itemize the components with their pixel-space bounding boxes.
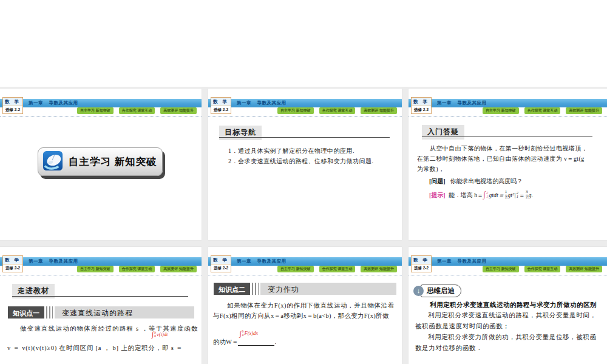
subject-logo: 数 学 选修 2-2: [411, 255, 432, 272]
chapter-title: 第一章 导数及其应用: [409, 257, 607, 266]
work-fill-line: 的功W＝∫baF(x)dx.: [213, 330, 276, 346]
nav-button[interactable]: 合作探究 课堂互动: [319, 107, 356, 114]
chapter-title: 第一章 导数及其应用: [0, 257, 202, 266]
hint-integrand: gtdt＝: [489, 191, 504, 199]
nav-button[interactable]: 合作探究 课堂互动: [319, 266, 356, 272]
subject-label: 数 学: [211, 98, 231, 106]
insight-line: 数是力对位移的函数．: [415, 344, 483, 352]
section-underline: [12, 296, 188, 297]
textbook-line: v ＝ v(t)(v(t)≥0) 在时间区间 [a ， b] 上的定积分，即 s…: [7, 344, 183, 352]
section-badge-goals: 目标导航: [219, 126, 262, 140]
qa-question-line: [问题] 你能求出电视塔的高度吗？: [429, 177, 523, 185]
cover-section-button[interactable]: 自主学习 新知突破: [38, 147, 163, 176]
qa-hint-line: [提示] 能．塔高 h＝∫21gtdt＝12gt²|21＝32g.: [429, 189, 533, 201]
subject-logo: 数 学 选修 2-2: [2, 97, 23, 114]
down-arrow-icon: ↓: [413, 286, 424, 296]
nav-button[interactable]: 高效测评 知能提升: [361, 107, 397, 114]
edition-label: 选修 2-2: [412, 106, 431, 113]
chapter-bar: 第一章 导数及其应用: [208, 257, 402, 266]
subject-logo: 数 学 选修 2-2: [2, 255, 23, 272]
knowledge-point-title: 变速直线运动的路程: [55, 306, 194, 318]
integral-sign: ∫21: [483, 190, 489, 199]
nav-button-row: 自主学习 新知突破 合作探究 课堂互动 高效测评 知能提升: [77, 107, 197, 114]
nav-button[interactable]: 自主学习 新知突破: [483, 107, 519, 114]
nav-button-row: 自主学习 新知突破 合作探究 课堂互动 高效测评 知能提升: [277, 107, 397, 114]
fraction-three-halves: 32: [526, 190, 528, 200]
chapter-title: 第一章 导数及其应用: [208, 99, 402, 107]
insight-badge: ↓ 思维启迪: [413, 285, 461, 297]
qa-paragraph-line: 为常数)，: [417, 165, 444, 173]
work-prefix: 的功W＝: [213, 338, 238, 346]
evaluation-limits: 21: [517, 191, 518, 199]
equals-sign: ＝: [519, 191, 525, 199]
dotted-divider: [409, 116, 607, 117]
question-label: [问题]: [429, 178, 446, 184]
nav-button[interactable]: 自主学习 新知突破: [483, 266, 519, 272]
subject-label: 数 学: [412, 98, 431, 106]
triple-bars-icon: [46, 306, 53, 318]
edition-label: 选修 2-2: [3, 265, 22, 272]
nav-button[interactable]: 合作探究 课堂互动: [524, 107, 561, 114]
nav-button[interactable]: 高效测评 知能提升: [361, 266, 397, 272]
nav-button[interactable]: 高效测评 知能提升: [566, 107, 602, 114]
nav-button[interactable]: 高效测评 知能提升: [566, 266, 602, 272]
chapter-bar: 第一章 导数及其应用: [409, 99, 607, 107]
integral-answer-red: ∫bav(t)dt: [152, 331, 168, 338]
subject-label: 数 学: [211, 256, 231, 265]
answer-blank: ∫baF(x)dx: [238, 338, 274, 346]
dotted-divider: [208, 275, 402, 275]
chapter-bar: 第一章 导数及其应用: [208, 99, 402, 107]
section-badge-qa: 入门答疑: [422, 125, 464, 140]
nav-button[interactable]: 自主学习 新知突破: [277, 107, 314, 114]
goal-item: 1．通过具体实例了解定积分在物理中的应用.: [228, 147, 354, 155]
nav-button[interactable]: 自主学习 新知突破: [277, 266, 314, 272]
nav-button[interactable]: 合作探究 课堂互动: [524, 266, 561, 272]
dotted-divider: [409, 275, 607, 275]
goal-item: 2．会求变速直线运动的路程、位移和变力做功问题.: [228, 157, 374, 165]
subject-label: 数 学: [3, 256, 22, 265]
insight-badge-label: 思维启迪: [421, 285, 461, 297]
nav-button-row: 自主学习 新知突破 合作探究 课堂互动 高效测评 知能提升: [483, 107, 602, 114]
subject-logo: 数 学 选修 2-2: [211, 255, 231, 272]
nav-button-row: 自主学习 新知突破 合作探究 课堂互动 高效测评 知能提升: [483, 266, 602, 272]
section-underline: [422, 136, 592, 137]
subject-logo: 数 学 选修 2-2: [211, 97, 231, 114]
hint-label: [提示]: [429, 191, 446, 199]
nav-button-row: 自主学习 新知突破 合作探究 课堂互动 高效测评 知能提升: [277, 266, 397, 272]
subject-label: 数 学: [412, 256, 431, 265]
integral-answer-red: ∫baF(x)dx: [239, 329, 258, 337]
insight-line: 被积函数是速度对时间的函数；: [415, 322, 509, 330]
nav-button[interactable]: 合作探究 课堂互动: [119, 107, 155, 114]
cover-button-label: 自主学习 新知突破: [69, 155, 157, 169]
nav-button[interactable]: 自主学习 新知突破: [77, 107, 114, 114]
slide-intro-qa[interactable]: 第一章 导数及其应用 数 学 选修 2-2 自主学习 新知突破 合作探究 课堂互…: [409, 89, 607, 240]
nav-button[interactable]: 自主学习 新知突破: [77, 266, 114, 272]
knowledge-point-badge: 知识点一: [8, 306, 44, 318]
edition-label: 选修 2-2: [211, 265, 231, 272]
slide-goals[interactable]: 第一章 导数及其应用 数 学 选修 2-2 自主学习 新知突破 合作探究 课堂互…: [208, 89, 402, 240]
dotted-divider: [208, 116, 402, 117]
knowledge-point-row: 知识点二 变力作功: [214, 283, 396, 295]
triple-bars-icon: [252, 283, 259, 295]
slide-knowledge-point-2[interactable]: 第一章 导数及其应用 数 学 选修 2-2 自主学习 新知突破 合作探究 课堂互…: [208, 247, 402, 364]
question-text: 你能求出电视塔的高度吗？: [450, 178, 523, 184]
qa-paragraph-line: 从空中自由下落的物体，在第一秒时刻恰经过电视塔顶，: [417, 144, 588, 152]
nav-button[interactable]: 高效测评 知能提升: [160, 266, 197, 272]
nav-button-row: 自主学习 新知突破 合作探究 课堂互动 高效测评 知能提升: [77, 266, 197, 272]
knowledge-point-title: 变力作功: [260, 283, 396, 295]
edition-label: 选修 2-2: [3, 106, 22, 113]
subject-label: 数 学: [3, 98, 22, 106]
dotted-divider: [0, 116, 202, 117]
work-line: 与F(x)相同的方向从x＝a移动到x＝b(a<b)，那么变力F(x)所做: [213, 312, 389, 320]
chapter-bar: 第一章 导数及其应用: [409, 257, 607, 266]
work-line: 如果物体在变力F(x)的作用下做直线运动，并且物体沿着: [214, 302, 395, 309]
chapter-title: 第一章 导数及其应用: [208, 257, 402, 266]
fraction-one-half: 12: [505, 190, 507, 200]
hint-term: gt²|: [507, 191, 516, 199]
slide-knowledge-point-1[interactable]: 第一章 导数及其应用 数 学 选修 2-2 自主学习 新知突破 合作探究 课堂互…: [0, 247, 202, 364]
nav-button[interactable]: 高效测评 知能提升: [160, 107, 197, 114]
nav-button[interactable]: 合作探究 课堂互动: [119, 266, 155, 272]
textbook-line: 做变速直线运动的物体所经过的路程 s ，等于其速度函数: [7, 325, 198, 332]
slide-cover[interactable]: 第一章 导数及其应用 数 学 选修 2-2 自主学习 新知突破 合作探究 课堂互…: [0, 89, 202, 240]
slide-insight[interactable]: 第一章 导数及其应用 数 学 选修 2-2 自主学习 新知突破 合作探究 课堂互…: [409, 247, 607, 364]
